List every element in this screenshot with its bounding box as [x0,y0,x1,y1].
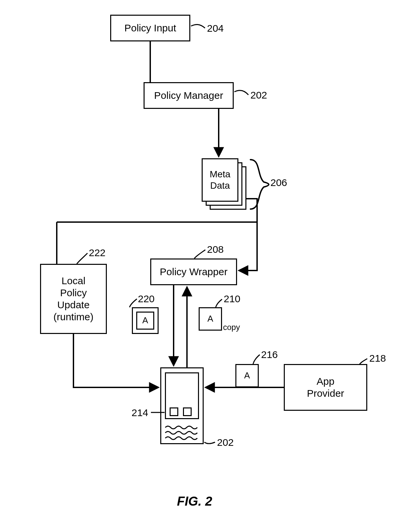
ref-216: 216 [261,349,278,360]
app-provider-label: App Provider [307,375,344,399]
policy-manager-box: Policy Manager [144,82,234,109]
ref-202-bottom: 202 [217,437,234,448]
app-provider-box: App Provider [284,364,367,411]
ref-202-top: 202 [250,90,267,101]
meta-data-sheet-1: Meta Data [202,158,238,202]
figure-label: FIG. 2 [177,494,212,509]
device-app-icon-2 [183,407,192,416]
local-policy-update-box: Local Policy Update (runtime) [40,264,107,334]
policy-manager-label: Policy Manager [154,90,223,102]
local-policy-update-label: Local Policy Update (runtime) [53,275,93,323]
policy-wrapper-box: Policy Wrapper [150,258,237,285]
ref-218: 218 [369,353,386,364]
app-copy-label: A [207,314,213,324]
policy-input-box: Policy Input [110,15,190,41]
ref-206: 206 [270,177,287,188]
ref-220: 220 [138,293,155,305]
ref-210: 210 [224,293,240,305]
app-copy-suffix: copy [223,323,240,332]
ref-204: 204 [207,23,224,34]
app-from-provider-label: A [244,370,250,381]
app-wrapped-inner: A [136,312,154,330]
app-wrapped-label: A [142,315,148,326]
policy-input-label: Policy Input [124,22,176,34]
diagram-canvas: Policy Input Policy Manager Meta Data Po… [0,0,414,532]
policy-wrapper-label: Policy Wrapper [160,266,228,278]
meta-data-label: Meta Data [210,169,230,191]
app-from-provider-box: A [235,364,259,387]
ref-208: 208 [207,244,224,255]
ref-214: 214 [132,407,148,418]
app-copy-box: A [199,307,222,331]
ref-222: 222 [89,247,106,258]
device-app-icon-1 [170,407,178,416]
